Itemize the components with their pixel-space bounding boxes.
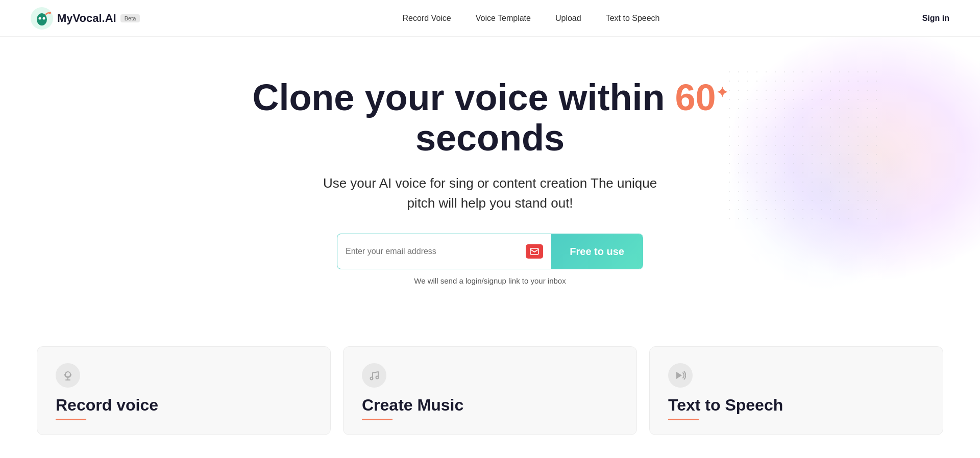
card-create-music-underline — [362, 419, 393, 420]
create-music-icon — [362, 363, 386, 388]
email-icon — [526, 244, 543, 259]
hero-title-part1: Clone your voice within — [252, 77, 675, 118]
nav-text-to-speech[interactable]: Text to Speech — [606, 14, 660, 23]
card-create-music: Create Music — [343, 346, 637, 435]
hero-section: Clone your voice within 60✦ seconds Use … — [0, 37, 980, 316]
logo-icon — [31, 7, 53, 30]
hero-title-number: 60✦ — [675, 77, 728, 118]
nav-record-voice[interactable]: Record Voice — [403, 14, 451, 23]
svg-point-3 — [43, 17, 45, 19]
svg-point-2 — [39, 17, 41, 19]
logo-text: MyVocal.AI — [57, 12, 116, 25]
svg-point-9 — [371, 377, 373, 380]
card-record-voice-title: Record voice — [56, 396, 312, 415]
beta-badge: Beta — [120, 14, 140, 22]
email-input[interactable] — [346, 247, 521, 256]
sparkle-icon: ✦ — [716, 85, 728, 100]
sign-in-button[interactable]: Sign in — [922, 14, 949, 23]
record-voice-icon — [56, 363, 80, 388]
card-text-to-speech-underline — [668, 419, 699, 420]
card-record-voice-underline — [56, 419, 86, 420]
card-text-to-speech-title: Text to Speech — [668, 396, 924, 415]
helper-text: We will send a login/signup link to your… — [414, 276, 566, 285]
text-to-speech-icon — [668, 363, 693, 388]
nav-upload[interactable]: Upload — [555, 14, 581, 23]
email-input-wrapper — [337, 234, 551, 269]
hero-subtitle: Use your AI voice for sing or content cr… — [316, 173, 664, 213]
svg-point-4 — [49, 12, 51, 14]
svg-point-10 — [376, 376, 379, 379]
feature-cards-section: Record voice Create Music Text to Speech — [0, 346, 980, 435]
free-to-use-button[interactable]: Free to use — [551, 234, 643, 269]
nav-voice-template[interactable]: Voice Template — [476, 14, 531, 23]
logo-area: MyVocal.AI Beta — [31, 7, 140, 30]
svg-point-6 — [65, 372, 70, 377]
svg-rect-5 — [530, 248, 538, 255]
card-text-to-speech: Text to Speech — [649, 346, 943, 435]
email-form: Free to use — [337, 234, 643, 269]
card-create-music-title: Create Music — [362, 396, 618, 415]
main-nav: Record Voice Voice Template Upload Text … — [403, 14, 660, 23]
hero-title: Clone your voice within 60✦ seconds — [209, 78, 771, 158]
card-record-voice: Record voice — [37, 346, 331, 435]
svg-point-1 — [37, 13, 47, 26]
svg-marker-11 — [676, 372, 682, 379]
hero-title-part2: seconds — [415, 117, 565, 158]
header: MyVocal.AI Beta Record Voice Voice Templ… — [0, 0, 980, 37]
